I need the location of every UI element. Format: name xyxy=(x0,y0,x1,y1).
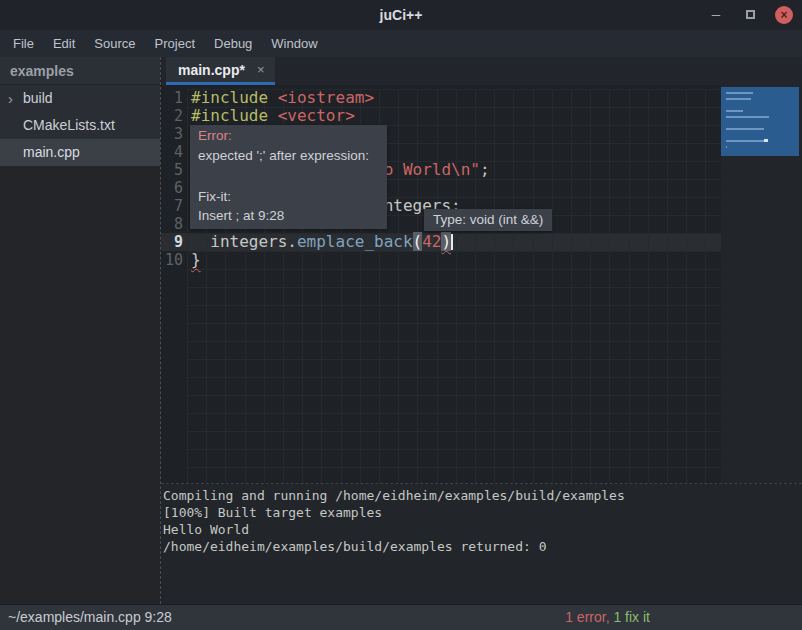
menu-item-source[interactable]: Source xyxy=(91,34,138,53)
sidebar-item-cmakelists-txt[interactable]: CMakeLists.txt xyxy=(0,112,160,139)
window-title: juCi++ xyxy=(0,0,802,30)
terminal-output-line: Hello World xyxy=(163,521,802,538)
sidebar-item-label: main.cpp xyxy=(23,144,80,160)
code-line-1: #include <iostream> xyxy=(191,89,490,107)
minimap-viewport xyxy=(721,87,799,156)
file-tree-sidebar[interactable]: examples ›buildCMakeLists.txtmain.cpp xyxy=(0,57,160,604)
line-number: 1 xyxy=(161,89,187,107)
line-number: 10 xyxy=(161,251,187,269)
file-tree: ›buildCMakeLists.txtmain.cpp xyxy=(0,85,160,166)
minimap-code-line xyxy=(726,146,727,148)
menu-item-file[interactable]: File xyxy=(10,34,37,53)
line-number: 2 xyxy=(161,107,187,125)
tab-close-icon[interactable]: × xyxy=(257,62,265,77)
minimap-code-line xyxy=(726,140,764,142)
app-window: juCi++ – × FileEditSourceProjectDebugWin… xyxy=(0,0,802,630)
chevron-right-icon[interactable]: › xyxy=(8,85,13,112)
status-bar: ~/examples/main.cpp 9:28 1 error, 1 fix … xyxy=(0,604,802,630)
line-number: 5 xyxy=(161,161,187,179)
diagnostics-status: 1 error, 1 fix it xyxy=(565,605,650,630)
line-number: 9 xyxy=(161,233,187,251)
sidebar-item-main-cpp[interactable]: main.cpp xyxy=(0,139,160,166)
code-line-2: #include <vector> xyxy=(191,107,490,125)
type-tooltip: Type: void (int &&) xyxy=(424,209,552,231)
error-tooltip-title: Error: xyxy=(198,128,232,143)
line-number: 3 xyxy=(161,125,187,143)
restore-icon xyxy=(746,10,755,19)
close-icon: × xyxy=(775,6,793,24)
sidebar-item-build[interactable]: ›build xyxy=(0,85,160,112)
line-number-gutter: 12345678910 xyxy=(161,89,187,269)
tab-label: main.cpp* xyxy=(178,62,245,78)
minimize-icon: – xyxy=(712,5,720,22)
close-button[interactable]: × xyxy=(770,0,798,30)
fixit-count: 1 fix it xyxy=(613,609,650,625)
text-cursor xyxy=(451,234,453,250)
minimap-code-line xyxy=(726,116,769,118)
fixit-tooltip-text: Insert ; at 9:28 xyxy=(198,208,284,223)
build-output-terminal[interactable]: Compiling and running /home/eidheim/exam… xyxy=(161,484,802,604)
tab-bar: main.cpp* × xyxy=(161,57,802,85)
terminal-output-line: Compiling and running /home/eidheim/exam… xyxy=(163,487,802,504)
minimap-code-line xyxy=(726,128,764,130)
error-tooltip-message: expected ';' after expression: xyxy=(198,148,369,163)
menu-item-debug[interactable]: Debug xyxy=(211,34,255,53)
line-number: 8 xyxy=(161,215,187,233)
code-line-9: integers.emplace_back(42) xyxy=(191,233,490,251)
terminal-output-line: /home/eidheim/examples/build/examples re… xyxy=(163,538,802,555)
minimap-code-line xyxy=(726,92,753,94)
line-number: 7 xyxy=(161,197,187,215)
code-editor[interactable]: 12345678910 #include <iostream>#include … xyxy=(161,85,802,483)
title-bar[interactable]: juCi++ – × xyxy=(0,0,802,30)
sidebar-item-label: build xyxy=(23,90,53,106)
menu-item-window[interactable]: Window xyxy=(268,34,320,53)
sidebar-item-label: CMakeLists.txt xyxy=(23,117,115,133)
minimize-button[interactable]: – xyxy=(702,0,730,30)
tab-main-cpp[interactable]: main.cpp* × xyxy=(166,57,275,85)
line-number: 6 xyxy=(161,179,187,197)
minimap-cursor-mark xyxy=(764,139,768,142)
code-line-10: } xyxy=(191,251,490,269)
fixit-tooltip-label: Fix-it: xyxy=(198,189,231,204)
terminal-output-line: [100%] Built target examples xyxy=(163,504,802,521)
minimap[interactable] xyxy=(721,85,802,483)
line-number: 4 xyxy=(161,143,187,161)
minimap-code-line xyxy=(726,110,743,112)
menu-item-project[interactable]: Project xyxy=(152,34,198,53)
error-tooltip: Error: expected ';' after expression: Fi… xyxy=(190,125,387,229)
file-location-status: ~/examples/main.cpp 9:28 xyxy=(8,605,172,630)
menu-bar: FileEditSourceProjectDebugWindow xyxy=(0,30,802,57)
minimap-code-line xyxy=(726,98,751,100)
error-count: 1 error, xyxy=(565,609,609,625)
menu-item-edit[interactable]: Edit xyxy=(50,34,78,53)
restore-button[interactable] xyxy=(736,0,764,30)
project-name-header: examples xyxy=(0,57,160,85)
